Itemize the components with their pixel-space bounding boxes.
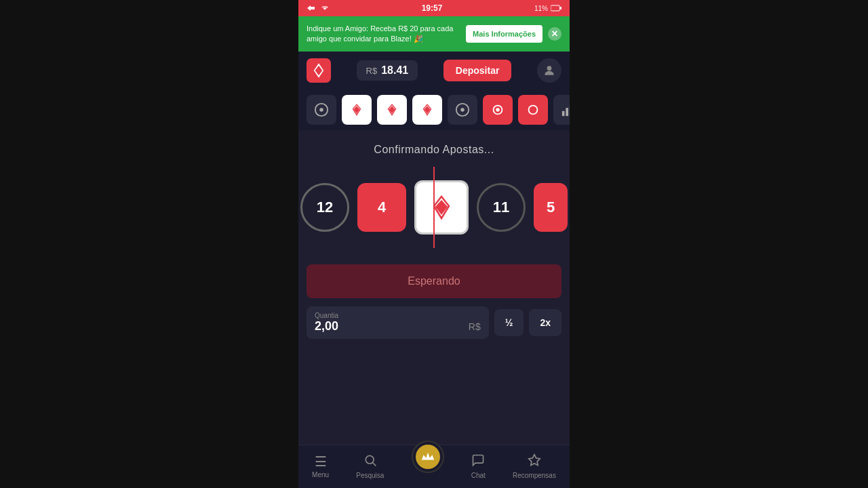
quantidade-label: Quantia xyxy=(315,312,481,319)
balance-display: R$ 18.41 xyxy=(357,60,418,81)
games-row xyxy=(298,89,570,130)
svg-rect-17 xyxy=(562,111,565,116)
nav-menu-label: Menu xyxy=(312,471,329,479)
game-icon-7[interactable] xyxy=(518,95,548,125)
nav-crown[interactable] xyxy=(412,454,444,473)
svg-rect-18 xyxy=(566,108,568,116)
game-icon-2[interactable] xyxy=(342,95,372,125)
roulette-item-11: 11 xyxy=(477,183,526,232)
nav-chat-label: Chat xyxy=(471,472,486,479)
half-button[interactable]: ½ xyxy=(494,309,524,336)
header: R$ 18.41 Depositar xyxy=(298,52,570,89)
svg-line-22 xyxy=(373,462,376,466)
game-icon-5[interactable] xyxy=(448,95,477,125)
referral-banner: Indique um Amigo: Receba R$ 20 para cada… xyxy=(298,16,570,52)
nav-rewards-label: Recompensas xyxy=(513,472,556,479)
nav-menu[interactable]: ☰ Menu xyxy=(312,453,329,479)
bottom-nav: ☰ Menu Pesquisa Chat Rec xyxy=(298,445,570,488)
roulette-item-fire xyxy=(414,180,469,235)
status-right: 11% xyxy=(534,5,561,12)
svg-rect-2 xyxy=(560,7,561,9)
nav-search-label: Pesquisa xyxy=(356,472,384,479)
battery-percent: 11% xyxy=(534,5,548,12)
game-area: Confirmando Apostas... 12 4 11 5 xyxy=(298,130,570,445)
balance-amount: 18.41 xyxy=(381,64,408,77)
blaze-logo xyxy=(307,58,331,83)
quantidade-value: 2,00 xyxy=(315,319,338,333)
quantidade-currency: R$ xyxy=(469,321,481,332)
crown-button[interactable] xyxy=(412,441,444,473)
svg-point-21 xyxy=(366,455,374,464)
double-button[interactable]: 2x xyxy=(529,309,561,336)
nav-rewards[interactable]: Recompensas xyxy=(513,453,556,479)
quantidade-box: Quantia 2,00 R$ xyxy=(307,306,489,339)
status-left xyxy=(307,5,330,12)
user-icon xyxy=(542,64,556,77)
bet-controls: Quantia 2,00 R$ ½ 2x xyxy=(298,306,570,347)
nav-search[interactable]: Pesquisa xyxy=(356,453,384,479)
roulette-item-12: 12 xyxy=(300,183,349,232)
svg-marker-23 xyxy=(529,454,540,465)
status-time: 19:57 xyxy=(422,3,443,13)
banner-close-button[interactable]: × xyxy=(548,27,561,41)
chat-icon xyxy=(471,453,485,470)
crown-icon xyxy=(416,445,440,469)
nav-chat[interactable]: Chat xyxy=(471,453,486,479)
confirming-text: Confirmando Apostas... xyxy=(374,144,494,156)
carousel-indicator xyxy=(433,167,435,248)
svg-rect-1 xyxy=(551,6,555,10)
game-icon-1[interactable] xyxy=(307,95,336,125)
balance-currency: R$ xyxy=(366,66,378,76)
more-info-button[interactable]: Mais Informações xyxy=(466,25,542,43)
roulette-carousel: 12 4 11 5 xyxy=(298,167,570,248)
deposit-button[interactable]: Depositar xyxy=(443,60,512,81)
svg-point-6 xyxy=(319,108,323,112)
banner-text: Indique um Amigo: Receba R$ 20 para cada… xyxy=(307,24,460,45)
game-icon-stats[interactable] xyxy=(553,95,570,125)
svg-point-14 xyxy=(496,108,500,112)
game-icon-4[interactable] xyxy=(412,95,442,125)
search-icon xyxy=(363,453,377,470)
user-profile-button[interactable] xyxy=(537,58,561,83)
roulette-item-4: 4 xyxy=(357,183,406,232)
menu-icon: ☰ xyxy=(315,453,327,470)
wifi-icon xyxy=(320,5,330,12)
roulette-item-5: 5 xyxy=(534,183,568,232)
svg-point-11 xyxy=(460,108,465,112)
fire-logo-icon xyxy=(428,194,455,221)
rewards-icon xyxy=(528,453,541,470)
game-icon-6[interactable] xyxy=(483,95,513,125)
status-bar: 19:57 11% xyxy=(298,0,570,16)
airplane-icon xyxy=(307,5,316,12)
battery-icon xyxy=(551,5,561,12)
game-icon-3[interactable] xyxy=(377,95,407,125)
esperando-button[interactable]: Esperando xyxy=(307,264,561,298)
svg-point-4 xyxy=(547,66,552,70)
